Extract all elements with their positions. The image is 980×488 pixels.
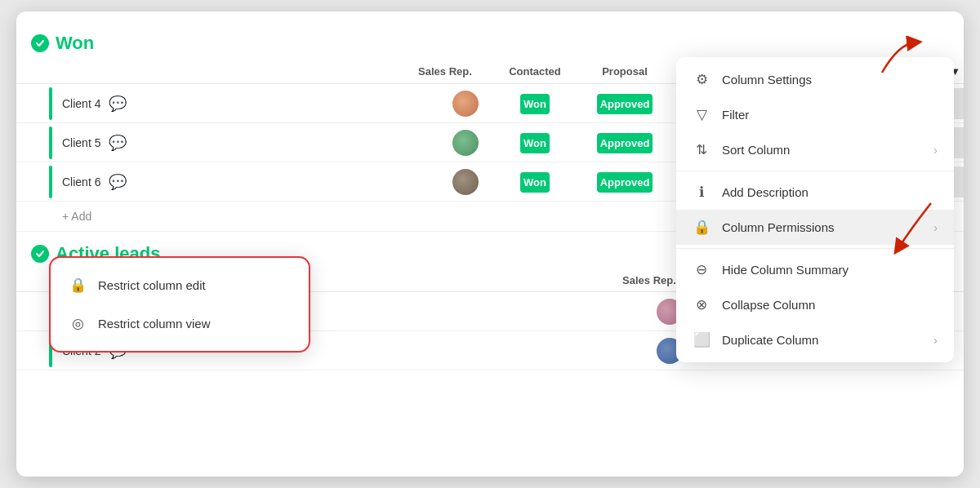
contacted-cell: Won [490,171,580,193]
client-name: Client 4 💬 [62,95,449,113]
avatar [452,130,479,156]
proposal-badge: Approved [597,172,653,193]
menu-item-add-description[interactable]: ℹ Add Description [676,175,954,210]
menu-label-filter: Filter [722,108,938,122]
col-header-contacted: Contacted [490,60,580,82]
menu-item-collapse-column[interactable]: ⊗ Collapse Column [676,287,954,322]
menu-item-filter[interactable]: ▽ Filter [676,97,954,132]
proposal-cell: Approved [580,171,670,193]
contacted-badge: Won [520,94,550,114]
menu-chevron-duplicate-column: › [933,334,938,347]
col-header-name [49,66,359,76]
col-header-spacer [359,66,400,76]
row-indicator [49,126,52,159]
menu-label-duplicate-column: Duplicate Column [722,333,922,347]
menu-label-column-permissions: Column Permissions [722,220,922,234]
al-col-spacer [564,276,604,286]
avatar [452,91,479,117]
won-group-header: Won [16,24,964,59]
menu-label-column-settings: Column Settings [722,73,938,87]
menu-item-sort-column[interactable]: ⇅ Sort Column › [676,132,954,167]
menu-icon-column-permissions: 🔒 [693,219,710,236]
menu-icon-duplicate-column: ⬜ [693,331,710,348]
won-add-label: + Add [62,210,91,223]
menu-chevron-column-permissions: › [933,221,938,234]
avatar-cell [449,166,490,198]
chat-icon[interactable]: 💬 [109,95,127,113]
col-header-proposal: Proposal [580,60,670,82]
client-name: Client 5 💬 [62,134,449,152]
avatar-cell [449,87,490,120]
contacted-cell: Won [490,93,580,114]
menu-icon-column-settings: ⚙ [693,71,710,88]
menu-label-add-description: Add Description [722,185,938,199]
menu-icon-filter: ▽ [693,106,710,123]
won-group-title: Won [56,33,94,54]
menu-icon-add-description: ℹ [693,184,710,201]
menu-item-hide-column-summary[interactable]: ⊖ Hide Column Summary [676,252,954,287]
menu-icon-sort-column: ⇅ [693,141,710,158]
won-group-icon[interactable] [31,34,49,52]
menu-item-column-permissions[interactable]: 🔒 Column Permissions › [676,210,954,245]
submenu-label-restrict-edit: Restrict column edit [98,278,206,292]
menu-item-duplicate-column[interactable]: ⬜ Duplicate Column › [676,322,954,357]
submenu-item-restrict-edit[interactable]: 🔒 Restrict column edit [51,266,309,304]
submenu-icon-restrict-edit: 🔒 [69,277,87,294]
col-header-salesrep: Sales Rep. [400,60,490,82]
chat-icon[interactable]: 💬 [109,134,127,152]
menu-label-sort-column: Sort Column [722,143,922,157]
row-indicator [49,87,52,120]
row-indicator [49,166,52,198]
proposal-cell: Approved [580,132,670,153]
menu-icon-collapse-column: ⊗ [693,296,710,313]
proposal-cell: Approved [580,93,670,114]
menu-label-hide-column-summary: Hide Column Summary [722,263,938,277]
menu-icon-hide-column-summary: ⊖ [693,261,710,278]
menu-item-column-settings[interactable]: ⚙ Column Settings [676,62,954,97]
avatar [452,169,479,195]
contacted-badge: Won [520,133,550,153]
menu-label-collapse-column: Collapse Column [722,298,938,312]
chat-icon[interactable]: 💬 [109,173,127,191]
contacted-badge: Won [520,172,550,193]
proposal-badge: Approved [597,133,653,153]
proposal-badge: Approved [597,94,653,114]
submenu-item-restrict-view[interactable]: ◎ Restrict column view [51,304,309,343]
client-name: Client 6 💬 [62,173,449,191]
contacted-cell: Won [490,132,580,153]
submenu-label-restrict-view: Restrict column view [98,317,211,331]
main-window: Won Sales Rep. Contacted Proposal Paymen… [16,11,964,477]
submenu-icon-restrict-view: ◎ [69,315,87,332]
avatar-cell [449,126,490,159]
menu-chevron-sort-column: › [933,144,938,157]
submenu-popup: 🔒 Restrict column edit ◎ Restrict column… [49,256,310,353]
dropdown-menu: ⚙ Column Settings ▽ Filter ⇅ Sort Column… [676,57,954,362]
active-leads-icon[interactable] [31,245,49,263]
